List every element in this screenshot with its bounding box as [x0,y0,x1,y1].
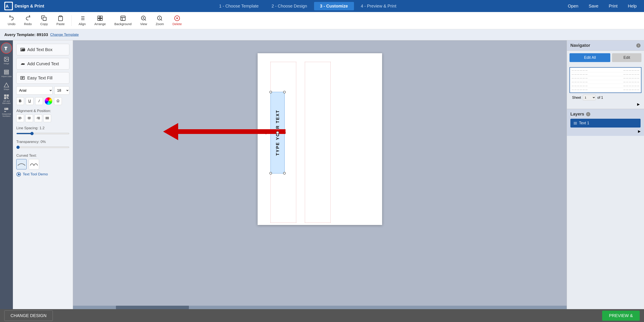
svg-rect-30 [4,73,8,74]
resize-handle-tl[interactable] [270,91,272,94]
svg-rect-11 [100,16,102,18]
svg-text:A: A [6,4,8,8]
edit-individual-button[interactable]: Edit [612,53,642,62]
right-arrow-toggle[interactable]: ▶ [570,102,642,106]
of-label: of 1 [598,96,603,100]
main-layout: T Image Import Data Shape [0,40,644,309]
sidebar-tool-sequential[interactable]: 123 ... Sequential Numbers [1,106,12,118]
add-curved-text-button[interactable]: ABC Add Curved Text [16,58,69,70]
step-3[interactable]: 3 - Customize [314,2,354,10]
sidebar-tool-image[interactable]: Image [1,54,12,66]
layers-expand-arrow[interactable]: ▶ [570,128,640,133]
step-1[interactable]: 1 - Choose Template [213,2,265,10]
svg-rect-55 [38,119,40,119]
align-left-button[interactable] [16,114,24,122]
curve-flat-button[interactable] [16,159,26,169]
print-button[interactable]: Print [606,2,620,10]
color-picker[interactable] [45,97,52,105]
undo-button[interactable]: Undo [4,14,19,27]
edit-all-button[interactable]: Edit All [570,53,610,62]
transparency-section: Transparency: 0% [16,138,69,150]
center-handle[interactable] [276,131,279,134]
open-button[interactable]: Open [565,2,581,10]
resize-handle-br[interactable] [283,172,286,174]
change-template-link[interactable]: Change Template [50,33,79,37]
nav-row-2: — — — — — —— — — — — — [571,72,640,76]
copy-button[interactable]: Copy [37,14,51,27]
toolbar-sep-1 [72,15,72,26]
svg-rect-33 [5,95,5,96]
align-center-button[interactable] [25,114,33,122]
svg-rect-56 [46,117,49,118]
svg-rect-51 [28,118,31,118]
add-text-box-button[interactable]: ABCD Add Text Box [16,44,69,56]
curved-text-section: Curved Text: [16,152,69,169]
underline-button[interactable]: U [26,97,34,105]
sheet-controls: Sheet 1 of 1 [570,93,642,102]
line-spacing-slider[interactable] [16,133,69,134]
sidebar-tool-qr[interactable]: QR and Barcodes [1,93,12,105]
italic-button[interactable]: / [35,97,43,105]
sidebar-tool-shape[interactable]: Shape [1,80,12,92]
line-spacing-section: Line Spacing: 1.2 [16,125,69,136]
svg-rect-52 [28,119,30,119]
special-chars-button[interactable]: Ω [54,97,62,105]
svg-rect-37 [5,98,5,98]
delete-button[interactable]: Delete [169,14,185,27]
svg-text:T: T [4,46,7,51]
canvas-scrollbar[interactable] [73,306,567,309]
step-2[interactable]: 2 - Choose Design [266,2,313,10]
help-button[interactable]: Help [625,2,640,10]
sheet-select[interactable]: 1 [583,95,596,100]
svg-line-16 [145,19,146,20]
toolbar: Undo Redo Copy Paste Align [0,12,644,29]
line-spacing-label: Line Spacing: 1.2 [16,126,69,130]
navigator-header: Navigator i [567,40,644,51]
sheet-label: Sheet [572,96,581,100]
resize-handle-tr[interactable] [283,91,286,94]
sidebar-tool-import[interactable]: Import Data [1,68,12,80]
demo-link[interactable]: Text Tool Demo [16,172,69,177]
background-button[interactable]: Background [111,14,135,27]
change-design-button[interactable]: CHANGE DESIGN [4,310,53,321]
canvas-area[interactable]: TYPE YOUR TEXT [73,40,567,309]
svg-marker-31 [4,83,9,87]
svg-rect-29 [4,72,8,72]
resize-handle-bl[interactable] [270,172,272,174]
view-button[interactable]: View [137,14,150,27]
navigator-info-icon[interactable]: i [636,43,640,48]
line-spacing-slider-container [16,130,69,136]
sidebar-tool-text[interactable]: T [1,42,12,54]
layer-item-label: Text 1 [579,121,589,125]
redo-button[interactable]: Redo [20,14,35,27]
nav-row-3: — — — — — —— — — — — — [571,76,640,80]
align-button[interactable]: Align [75,14,89,27]
svg-rect-53 [37,117,40,118]
svg-marker-60 [18,174,20,175]
transparency-slider[interactable] [16,146,69,148]
navigator-preview: — — — — — —— — — — — — — — — — — —— — — … [570,67,642,93]
step-4[interactable]: 4 - Preview & Print [355,2,402,10]
preview-button[interactable]: PREVIEW & [602,310,640,321]
layer-item-text1[interactable]: Text 1 [570,119,640,128]
bold-button[interactable]: B [16,97,24,105]
layers-info-icon[interactable]: i [586,112,590,116]
font-family-select[interactable]: Arial [16,86,52,95]
red-arrow [163,123,286,140]
right-panel: Navigator i Edit All Edit — — — — — —— —… [567,40,644,309]
curve-wave-button[interactable] [29,159,39,169]
align-justify-button[interactable] [43,114,51,122]
save-button[interactable]: Save [586,2,602,10]
arrange-button[interactable]: Arrange [91,14,109,27]
template-id: Avery Template: 89103 [4,32,48,37]
svg-rect-13 [100,18,102,20]
zoom-button[interactable]: Zoom [152,14,167,27]
paste-button[interactable]: Paste [53,14,68,27]
easy-text-fill-button[interactable]: Easy Text Fill [16,72,69,84]
svg-rect-28 [4,70,8,71]
svg-rect-57 [46,118,49,118]
canvas-inner: TYPE YOUR TEXT [73,40,567,309]
font-size-select[interactable]: 18 [54,86,69,95]
align-right-button[interactable] [34,114,42,122]
scrollbar-thumb[interactable] [116,306,189,309]
